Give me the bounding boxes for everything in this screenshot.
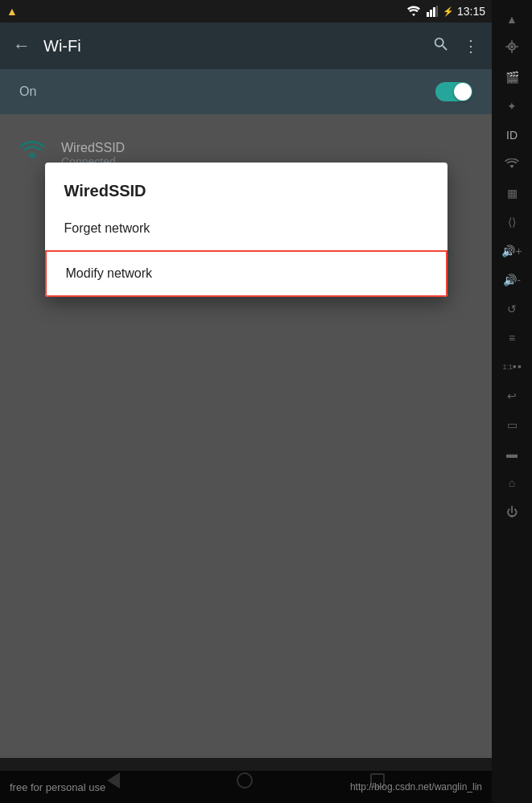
modify-network-button[interactable]: Modify network (45, 250, 447, 297)
app-bar: ← Wi-Fi ⋮ (0, 23, 492, 69)
toggle-thumb (454, 83, 472, 101)
panel-icon-volume-down[interactable]: 🔊- (496, 267, 528, 293)
watermark-left: free for personal use (10, 781, 105, 793)
svg-point-5 (510, 45, 513, 48)
panel-icon-move[interactable]: ✦ (496, 93, 528, 119)
phone-screen: ▲ ⚡ 13:15 (0, 0, 492, 803)
panel-icon-home[interactable]: ⌂ (496, 470, 528, 496)
network-dialog: WiredSSID Forget network Modify network (45, 163, 447, 297)
dialog-overlay: WiredSSID Forget network Modify network (0, 114, 492, 758)
panel-icon-rotate[interactable]: ↺ (496, 296, 528, 322)
battery-icon: ⚡ (443, 6, 454, 16)
panel-icon-power[interactable]: ⏻ (496, 499, 528, 525)
panel-icon-warning[interactable]: ▲ (496, 6, 528, 32)
panel-icon-id[interactable]: ID (496, 122, 528, 148)
dialog-title: WiredSSID (45, 163, 447, 207)
status-bar-left: ▲ (6, 5, 18, 18)
panel-icon-message[interactable]: ▦ (496, 180, 528, 206)
forget-network-button[interactable]: Forget network (45, 207, 447, 250)
svg-rect-0 (427, 12, 429, 17)
signal-icon (427, 6, 438, 17)
panel-icon-gps[interactable] (496, 35, 528, 61)
time-display: 13:15 (457, 5, 485, 18)
panel-icon-share[interactable]: ⟨⟩ (496, 209, 528, 235)
watermark-right: http://blog.csdn.net/wanglin_lin (350, 781, 482, 793)
status-bar-right: ⚡ 13:15 (406, 5, 485, 18)
status-bar-icons: ⚡ (406, 6, 454, 18)
right-panel: ▲ 🎬 ✦ ID ▦ ⟨⟩ 🔊+ 🔊- ↺ ≡ 1:1■ ■ ↩ ▭ ▬ ⌂ ⏻ (492, 0, 532, 803)
panel-icon-window[interactable]: ▭ (496, 412, 528, 438)
wifi-toggle-label: On (19, 84, 36, 99)
svg-rect-2 (433, 7, 435, 17)
back-button[interactable]: ← (13, 35, 31, 56)
panel-icon-camera[interactable]: 🎬 (496, 64, 528, 90)
more-options-button[interactable]: ⋮ (463, 36, 479, 56)
svg-rect-3 (436, 6, 438, 17)
wifi-toggle-switch[interactable] (435, 82, 472, 101)
panel-icon-volume-up[interactable]: 🔊+ (496, 238, 528, 264)
wifi-toggle-row: On (0, 69, 492, 114)
panel-icon-ratio[interactable]: 1:1■ ■ (496, 354, 528, 380)
search-button[interactable] (432, 35, 450, 57)
wifi-status-icon (406, 6, 421, 17)
panel-icon-strip[interactable]: ▬ (496, 441, 528, 467)
app-bar-title: Wi-Fi (43, 37, 419, 56)
content-area: WiredSSID Connected WiredSSID Forget net… (0, 114, 492, 758)
panel-icon-back[interactable]: ↩ (496, 383, 528, 409)
panel-icon-wifi[interactable] (496, 151, 528, 177)
status-bar: ▲ ⚡ 13:15 (0, 0, 492, 23)
watermark-bar: free for personal use http://blog.csdn.n… (0, 771, 492, 803)
svg-rect-1 (430, 10, 432, 17)
warning-icon: ▲ (6, 5, 18, 18)
panel-icon-menu[interactable]: ≡ (496, 325, 528, 351)
